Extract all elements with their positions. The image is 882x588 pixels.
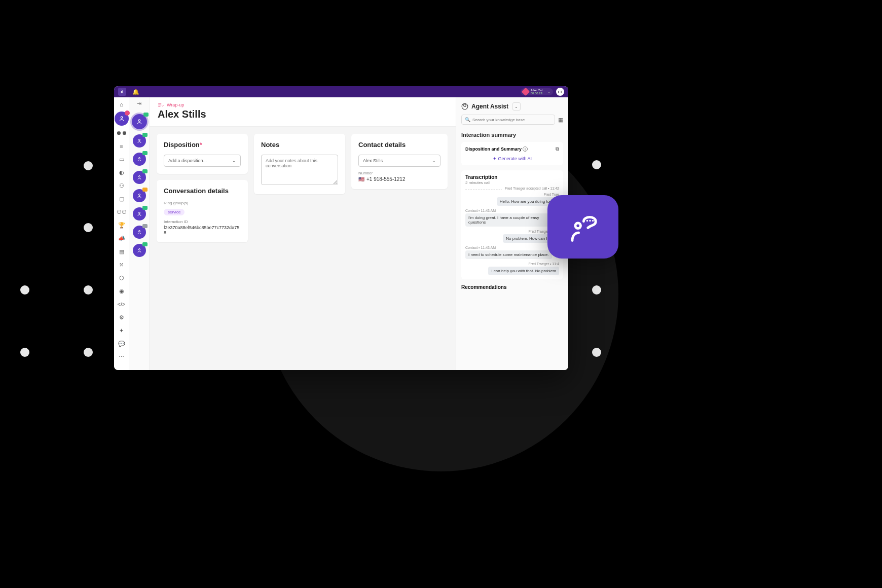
generate-ai-button[interactable]: Generate with AI xyxy=(465,156,559,161)
clipboard-icon[interactable]: ▢ xyxy=(118,195,126,203)
contact-name: Alex Stills xyxy=(158,108,448,120)
svg-point-6 xyxy=(138,212,140,214)
contact-item[interactable] xyxy=(133,226,146,239)
contact-details-card: Contact details Alex Stills ⌄ Number 🇺🇸 … xyxy=(351,134,448,189)
notifications-icon[interactable]: 🔔 xyxy=(132,89,139,95)
number-label: Number xyxy=(358,171,440,175)
recommendations-title: Recommendations xyxy=(461,284,563,290)
msg-meta: Fred Traeger • 11:4 xyxy=(465,230,559,233)
contact-item[interactable] xyxy=(133,153,146,166)
wrapup-label: Wrap-up xyxy=(167,102,184,107)
svg-point-12 xyxy=(576,224,579,227)
svg-point-14 xyxy=(589,219,591,222)
svg-point-15 xyxy=(592,219,594,222)
ring-group-label: Ring group(s) xyxy=(164,201,241,205)
brain-icon[interactable]: ✦ xyxy=(118,326,126,335)
channel-chat-icon xyxy=(142,169,148,173)
notes-textarea[interactable] xyxy=(261,155,338,185)
assist-collapse-button[interactable]: ⌄ xyxy=(512,102,521,111)
contact-item[interactable] xyxy=(133,189,146,202)
main-content: Wrap-up Alex Stills Disposition* Add a d… xyxy=(150,97,456,370)
contact-item[interactable] xyxy=(133,207,146,220)
campaign-icon[interactable]: 📣 xyxy=(118,234,126,242)
trophy-icon[interactable]: 🏆 xyxy=(118,221,126,229)
agent-assist-icon xyxy=(461,103,468,110)
notes-title: Notes xyxy=(261,141,338,149)
channel-chat-icon xyxy=(142,151,148,155)
conversation-title: Conversation details xyxy=(164,187,241,195)
app-logo[interactable]: it xyxy=(118,88,126,96)
code-icon[interactable]: </> xyxy=(118,300,126,308)
flow-icon[interactable]: ⤱ xyxy=(118,261,126,269)
status-indicator-icon xyxy=(521,88,530,96)
dispo-summary-title: Disposition and Summary xyxy=(465,146,522,152)
wrapup-tag: Wrap-up xyxy=(158,102,448,107)
disposition-select[interactable]: Add a disposition... ⌄ xyxy=(164,155,241,167)
chevron-down-icon: ⌄ xyxy=(232,158,236,163)
chevron-down-icon: ⌄ xyxy=(547,90,551,94)
agent-icon[interactable] xyxy=(115,112,129,126)
collapse-icon[interactable]: ⇥ xyxy=(137,100,141,107)
contact-list-rail: ⇥ xyxy=(129,97,150,370)
wrapup-icon xyxy=(158,102,164,107)
svg-point-5 xyxy=(138,194,140,196)
apps-grid-icon[interactable]: ▦ xyxy=(558,117,563,123)
transcription-divider: Fred Traeger accepted call • 11:42 xyxy=(502,187,559,190)
queue-icon[interactable]: ≡ xyxy=(118,142,126,150)
copy-icon[interactable]: ⧉ xyxy=(556,146,559,152)
book-icon[interactable]: ▤ xyxy=(118,247,126,255)
svg-point-1 xyxy=(138,120,140,122)
status-timer: 00:00:23 xyxy=(531,92,545,95)
team-icon[interactable]: ⚇ xyxy=(118,181,126,190)
titlebar: it 🔔 After Cal… 00:00:23 ⌄ FT xyxy=(114,86,568,97)
contact-item[interactable] xyxy=(133,134,146,148)
contact-item-active[interactable] xyxy=(132,114,147,129)
agent-status-pill[interactable]: After Cal… 00:00:23 ⌄ xyxy=(521,88,553,95)
contact-select[interactable]: Alex Stills ⌄ xyxy=(358,155,440,167)
msg-meta: Fred Trae xyxy=(465,193,559,196)
shield-icon[interactable]: ⬡ xyxy=(118,274,126,282)
more-icon[interactable]: ⋯ xyxy=(118,353,126,361)
contact-item[interactable] xyxy=(133,171,146,184)
home-icon[interactable]: ⌂ xyxy=(118,100,126,108)
gear-icon[interactable]: ⚙ xyxy=(118,313,126,321)
svg-point-7 xyxy=(138,231,140,232)
flag-us-icon: 🇺🇸 xyxy=(358,176,364,182)
headset-icon[interactable]: ◐ xyxy=(118,168,126,176)
phone-number: +1 918-555-1212 xyxy=(366,176,405,182)
disposition-placeholder: Add a disposition... xyxy=(168,158,207,163)
contacts-icon[interactable]: ▭ xyxy=(118,155,126,163)
contact-selected: Alex Stills xyxy=(363,158,383,163)
channel-chat-icon xyxy=(142,206,148,210)
svg-point-13 xyxy=(586,219,589,222)
msg-meta: Contact • 11:43 AM xyxy=(465,209,559,212)
contact-header: Wrap-up Alex Stills xyxy=(150,97,456,127)
voicemail-icon[interactable]: ⏺⏺ xyxy=(118,129,126,137)
conversation-details-card: Conversation details Ring group(s) servi… xyxy=(157,180,248,242)
msg-meta: Fred Traeger • 11:4 xyxy=(465,262,559,266)
knowledge-search[interactable]: 🔍 xyxy=(461,115,555,125)
msg-bubble-contact: I need to schedule some maintenance plac… xyxy=(465,250,552,259)
interaction-id-label: Interaction ID xyxy=(164,219,241,224)
channel-chat-icon xyxy=(142,242,148,246)
notes-card: Notes xyxy=(254,134,345,194)
svg-point-2 xyxy=(138,139,140,141)
headset2-icon[interactable]: ◉ xyxy=(118,287,126,295)
info-icon[interactable]: i xyxy=(523,146,528,152)
chat-icon[interactable]: 💬 xyxy=(118,340,126,348)
transcription-subtitle: 2 minutes call xyxy=(465,180,559,185)
knowledge-search-input[interactable] xyxy=(472,118,552,122)
svg-point-8 xyxy=(138,249,140,250)
msg-meta: Contact • 11:43 AM xyxy=(465,246,559,249)
user-avatar[interactable]: FT xyxy=(556,88,564,96)
contact-item[interactable] xyxy=(133,244,146,257)
channel-chat-icon xyxy=(143,113,149,117)
interaction-id-value: f2e370a88ef546bc85be77c7732da758 xyxy=(164,225,241,235)
msg-bubble-agent: I can help you with that. No problem xyxy=(488,267,559,275)
msg-bubble-contact: I'm doing great. I have a couple of easy… xyxy=(465,213,559,227)
disposition-card: Disposition* Add a disposition... ⌄ xyxy=(157,134,248,174)
svg-point-3 xyxy=(138,158,140,159)
channel-chat-icon xyxy=(142,133,148,137)
channel-sms-icon xyxy=(142,188,148,192)
group-icon[interactable]: ⚇⚇ xyxy=(118,208,126,216)
